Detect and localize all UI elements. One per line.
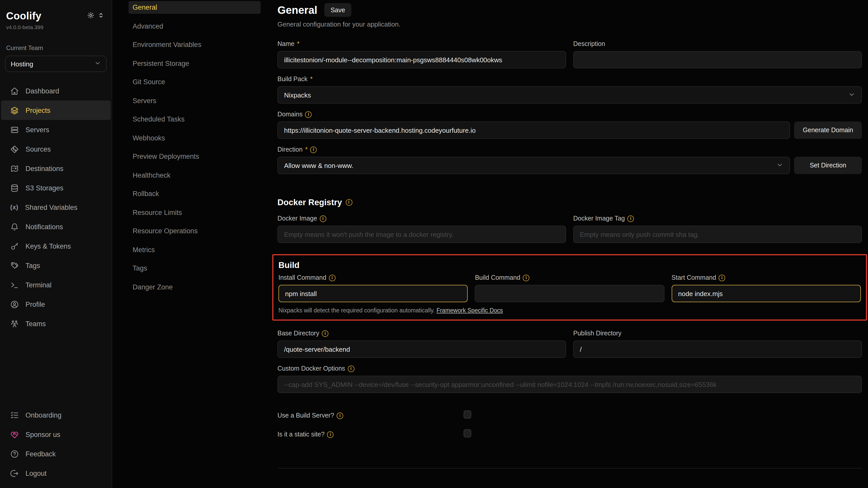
subnav-item-servers[interactable]: Servers (128, 94, 260, 107)
sidebar-item-notifications[interactable]: Notifications (1, 217, 111, 236)
sidebar-item-keys-tokens[interactable]: Keys & Tokens (1, 236, 111, 256)
subnav-item-scheduled-tasks[interactable]: Scheduled Tasks (128, 113, 260, 125)
subnav-item-label: Environment Variables (133, 41, 202, 49)
sidebar-item-teams[interactable]: Teams (1, 314, 111, 333)
publish-directory-input[interactable] (573, 341, 862, 358)
description-input[interactable] (573, 51, 862, 68)
sidebar-nav: Dashboard Projects Servers Sources Desti… (0, 81, 112, 333)
docker-image-tag-input[interactable] (573, 226, 862, 243)
custom-docker-options-input[interactable] (277, 376, 862, 393)
users-icon (10, 319, 19, 328)
static-site-checkbox[interactable] (464, 429, 471, 437)
subnav-item-general[interactable]: General (128, 1, 260, 14)
subnav-item-advanced[interactable]: Advanced (128, 20, 260, 32)
subnav-item-label: Metrics (133, 246, 155, 254)
bell-icon (10, 222, 19, 231)
name-label: Name (277, 40, 294, 48)
save-button[interactable]: Save (324, 3, 351, 17)
user-circle-icon (10, 300, 19, 309)
subnav-item-label: Git Source (133, 78, 165, 86)
info-icon[interactable]: i (322, 330, 329, 337)
layers-icon (10, 106, 19, 115)
sidebar-item-s3-storages[interactable]: S3 Storages (1, 178, 111, 198)
sidebar-item-destinations[interactable]: Destinations (1, 159, 111, 178)
install-command-input[interactable] (278, 285, 468, 302)
help-circle-icon (10, 450, 19, 458)
subnav-item-webhooks[interactable]: Webhooks (128, 132, 260, 144)
sidebar-item-logout[interactable]: Logout (1, 463, 111, 483)
base-directory-input[interactable] (277, 341, 566, 358)
subnav-item-metrics[interactable]: Metrics (128, 243, 260, 256)
subnav-item-resource-limits[interactable]: Resource Limits (128, 206, 260, 219)
info-icon[interactable]: i (329, 275, 336, 281)
subnav-item-tags[interactable]: Tags (128, 262, 260, 275)
brand-logo[interactable]: Coolify (6, 10, 41, 22)
sidebar-item-label: Sources (26, 145, 51, 153)
sidebar-item-projects[interactable]: Projects (1, 101, 111, 120)
key-icon (10, 242, 19, 250)
static-site-label: Is it a static site? (277, 431, 324, 438)
subnav-item-preview-deployments[interactable]: Preview Deployments (128, 150, 260, 163)
sidebar-item-sources[interactable]: Sources (1, 139, 111, 159)
subnav-item-git-source[interactable]: Git Source (128, 76, 260, 88)
base-directory-label: Base Directory (277, 330, 319, 337)
info-icon[interactable]: i (320, 215, 327, 222)
sidebar-item-dashboard[interactable]: Dashboard (1, 81, 111, 101)
subnav-item-healthcheck[interactable]: Healthcheck (128, 169, 260, 181)
framework-docs-link[interactable]: Framework Specific Docs (437, 307, 503, 313)
sidebar-item-profile[interactable]: Profile (1, 294, 111, 314)
domains-input[interactable] (277, 121, 790, 139)
build-heading: Build (278, 260, 300, 270)
docker-image-tag-label: Docker Image Tag (573, 215, 625, 222)
sidebar-item-sponsor-us[interactable]: Sponsor us (1, 425, 111, 444)
info-icon[interactable]: i (345, 199, 352, 206)
info-icon[interactable]: i (327, 431, 334, 438)
info-icon[interactable]: i (627, 215, 634, 222)
use-build-server-checkbox[interactable] (464, 410, 471, 419)
sidebar-item-label: Shared Variables (25, 203, 77, 211)
start-command-input[interactable] (672, 285, 861, 302)
generate-domain-button[interactable]: Generate Domain (794, 121, 862, 139)
subnav-item-label: Preview Deployments (133, 153, 199, 160)
direction-select[interactable]: Allow www & non-www. (277, 157, 790, 174)
sidebar-item-shared-variables[interactable]: (x) Shared Variables (1, 198, 111, 217)
sidebar-item-servers[interactable]: Servers (1, 120, 111, 139)
info-icon[interactable]: i (523, 275, 530, 281)
docker-image-label: Docker Image (277, 215, 317, 222)
info-icon[interactable]: i (337, 412, 343, 419)
team-select[interactable]: Hosting (5, 56, 106, 72)
sidebar-item-label: Logout (26, 469, 46, 477)
sidebar-item-label: Onboarding (26, 411, 61, 419)
sidebar-item-feedback[interactable]: Feedback (1, 444, 111, 463)
sidebar-item-terminal[interactable]: Terminal (1, 275, 111, 294)
name-input[interactable] (277, 51, 566, 68)
build-helper-text: Nixpacks will detect the required config… (278, 307, 437, 313)
theme-toggle-sun-icon[interactable] (87, 12, 94, 19)
subnav-item-label: Resource Limits (133, 208, 182, 216)
subnav-item-label: Webhooks (133, 134, 165, 142)
set-direction-button[interactable]: Set Direction (794, 157, 862, 174)
info-icon[interactable]: i (305, 111, 312, 118)
sidebar-item-label: Keys & Tokens (26, 242, 71, 250)
subnav-item-danger-zone[interactable]: Danger Zone (128, 281, 260, 293)
heart-handshake-icon (10, 430, 19, 439)
subnav-item-label: Tags (133, 264, 147, 272)
sidebar-item-onboarding[interactable]: Onboarding (1, 405, 111, 425)
sidebar-collapse-chevrons-icon[interactable] (97, 12, 104, 19)
docker-image-input[interactable] (277, 226, 566, 243)
subnav-item-rollback[interactable]: Rollback (128, 187, 260, 200)
settings-subnav: General Advanced Environment Variables P… (112, 0, 245, 488)
sidebar-item-tags[interactable]: Tags (1, 256, 111, 275)
subnav-item-label: Servers (133, 97, 156, 105)
subnav-item-persistent-storage[interactable]: Persistent Storage (128, 57, 260, 70)
subnav-item-environment-variables[interactable]: Environment Variables (128, 38, 260, 51)
info-icon[interactable]: i (347, 365, 354, 372)
subnav-item-resource-operations[interactable]: Resource Operations (128, 225, 260, 237)
list-checks-icon (10, 411, 19, 419)
info-icon[interactable]: i (719, 275, 725, 281)
sidebar-item-label: Dashboard (26, 87, 59, 95)
build-command-input[interactable] (475, 285, 664, 302)
build-pack-select[interactable]: Nixpacks (277, 86, 862, 104)
info-icon[interactable]: i (310, 146, 317, 153)
publish-directory-label: Publish Directory (573, 330, 621, 337)
